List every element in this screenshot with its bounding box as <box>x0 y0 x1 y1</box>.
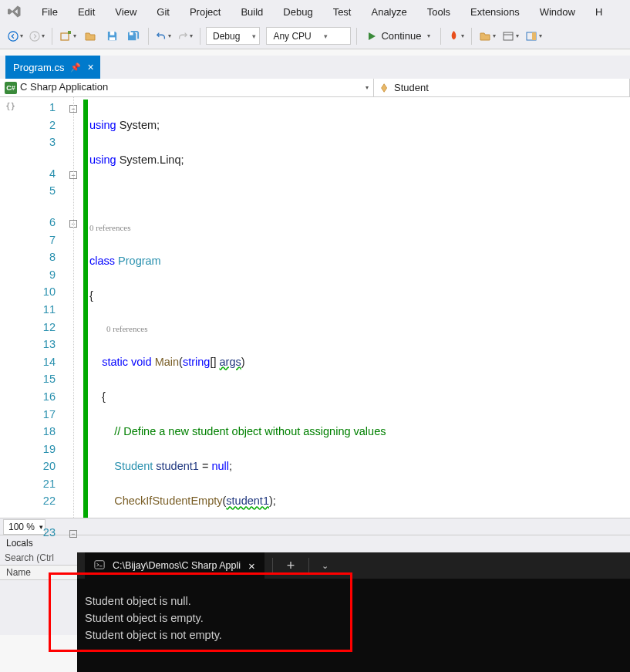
menu-extensions[interactable]: Extensions <box>461 3 529 21</box>
back-button[interactable]: ▾ <box>6 27 25 46</box>
platform-value: Any CPU <box>273 31 311 42</box>
open-icon[interactable] <box>81 27 99 46</box>
menu-help[interactable]: H <box>586 3 611 21</box>
line-numbers: 1234567891011121314151617181920212223 <box>23 97 69 518</box>
folder-icon[interactable]: ▾ <box>477 27 497 46</box>
svg-point-1 <box>30 31 39 40</box>
nav-bar: C#C Sharp Application ▾ Student <box>0 79 630 97</box>
terminal-tab[interactable]: C:\Bijay\Demos\C Sharp Appli × <box>85 552 264 579</box>
svg-rect-10 <box>532 32 536 40</box>
separator <box>471 28 472 45</box>
code-editor[interactable]: {} 1234567891011121314151617181920212223… <box>0 97 630 518</box>
member-dropdown[interactable]: Student <box>374 79 630 96</box>
menu-view[interactable]: View <box>106 3 146 21</box>
menu-edit[interactable]: Edit <box>69 3 104 21</box>
save-all-icon[interactable] <box>124 27 143 46</box>
class-icon <box>379 82 391 94</box>
menu-debug[interactable]: Debug <box>274 3 322 21</box>
terminal-icon <box>94 559 105 572</box>
menu-test[interactable]: Test <box>324 3 361 21</box>
tab-label: Program.cs <box>13 62 64 73</box>
separator <box>148 28 149 45</box>
menu-analyze[interactable]: Analyze <box>362 3 416 21</box>
fold-gutter: − − − − <box>69 97 83 518</box>
close-icon[interactable]: × <box>87 61 93 73</box>
svg-rect-6 <box>129 32 133 35</box>
menu-build[interactable]: Build <box>231 3 272 21</box>
separator <box>200 28 200 45</box>
separator <box>52 28 52 45</box>
svg-rect-2 <box>61 33 69 40</box>
terminal-menu-icon[interactable]: ⌄ <box>317 561 333 571</box>
forward-button[interactable]: ▾ <box>28 27 46 46</box>
project-label: C Sharp Application <box>20 81 108 93</box>
terminal-new-tab-icon[interactable]: + <box>281 558 302 574</box>
terminal-window: C:\Bijay\Demos\C Sharp Appli × + ⌄ Stude… <box>77 552 630 672</box>
redo-icon[interactable]: ▾ <box>176 27 194 46</box>
codelens[interactable]: 0 references <box>89 322 630 336</box>
terminal-output[interactable]: Student object is null. Student object i… <box>77 579 630 650</box>
vs-logo-icon <box>6 3 23 20</box>
platform-dropdown[interactable]: Any CPU▾ <box>266 27 351 45</box>
project-dropdown[interactable]: C#C Sharp Application ▾ <box>0 79 374 96</box>
fold-icon[interactable]: − <box>69 530 77 538</box>
continue-label: Continue <box>381 30 421 42</box>
svg-rect-4 <box>109 32 114 35</box>
undo-icon[interactable]: ▾ <box>154 27 173 46</box>
config-dropdown[interactable]: Debug▾ <box>206 27 260 45</box>
menu-bar: File Edit View Git Project Build Debug T… <box>0 0 630 23</box>
new-project-icon[interactable]: ▾ <box>58 27 78 46</box>
terminal-line: Student object is null. <box>85 593 622 610</box>
svg-rect-3 <box>68 31 71 34</box>
svg-point-0 <box>8 31 18 40</box>
toolbar: ▾ ▾ ▾ ▾ ▾ Debug▾ Any CPU▾ Continue ▾ ▾ ▾… <box>0 23 630 49</box>
config-value: Debug <box>213 31 240 42</box>
window-icon[interactable]: ▾ <box>500 27 521 46</box>
continue-button[interactable]: Continue ▾ <box>362 27 435 46</box>
codelens[interactable]: 0 references <box>89 221 630 235</box>
csharp-icon: C# <box>5 82 17 94</box>
terminal-close-icon[interactable]: × <box>248 559 255 572</box>
tab-bar: Program.cs 📌 × <box>0 56 630 79</box>
tab-program-cs[interactable]: Program.cs 📌 × <box>5 56 100 79</box>
member-label: Student <box>394 82 429 93</box>
separator <box>308 558 309 573</box>
layout-icon[interactable]: ▾ <box>524 27 544 46</box>
menu-tools[interactable]: Tools <box>418 3 460 21</box>
hot-reload-icon[interactable]: ▾ <box>446 27 466 46</box>
menu-project[interactable]: Project <box>180 3 230 21</box>
svg-rect-7 <box>504 32 513 40</box>
glyph-margin: {} <box>0 97 23 518</box>
menu-window[interactable]: Window <box>531 3 585 21</box>
svg-rect-5 <box>109 37 115 40</box>
terminal-title: C:\Bijay\Demos\C Sharp Appli <box>113 560 241 571</box>
menu-file[interactable]: File <box>32 3 67 21</box>
menu-git[interactable]: Git <box>147 3 179 21</box>
terminal-line: Student object is empty. <box>85 610 622 626</box>
pin-icon[interactable]: 📌 <box>70 62 81 73</box>
svg-rect-11 <box>95 560 104 569</box>
code-content[interactable]: using System; using System.Linq; 0 refer… <box>88 97 630 518</box>
terminal-line: Student object is not empty. <box>85 626 622 643</box>
save-icon[interactable] <box>103 27 121 46</box>
separator <box>356 28 357 45</box>
separator <box>440 28 441 45</box>
separator <box>272 558 273 573</box>
terminal-titlebar: C:\Bijay\Demos\C Sharp Appli × + ⌄ <box>77 552 630 579</box>
